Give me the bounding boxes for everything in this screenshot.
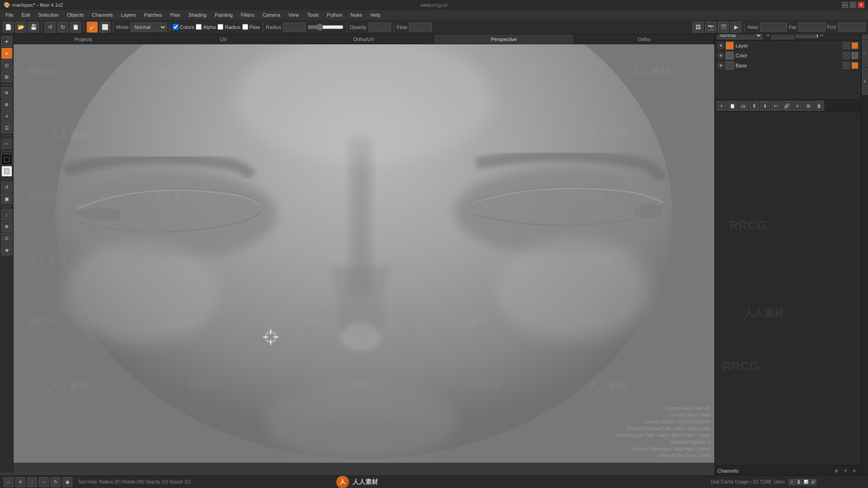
undo-button[interactable]: ↺	[45, 22, 56, 33]
layer-tool-4[interactable]: ⬆	[749, 101, 759, 111]
layer-vis-2[interactable]: ◉	[717, 52, 724, 59]
render-btn-2[interactable]: 📷	[705, 22, 716, 33]
tool-menu[interactable]: ☰	[1, 122, 12, 133]
radius-checkbox[interactable]	[217, 24, 223, 30]
tool-target[interactable]: ⊙	[1, 233, 12, 244]
tool-lines[interactable]: ≋	[1, 87, 12, 98]
render-btn-1[interactable]: 🖼	[693, 22, 703, 33]
status-icon-1[interactable]: 🖥	[788, 479, 795, 485]
far-tab-2[interactable]: ⬡	[862, 40, 868, 67]
tab-ortho-uv[interactable]: Ortho/UV	[294, 34, 434, 44]
near-input[interactable]	[760, 23, 787, 32]
layer-tool-9[interactable]: ⊞	[803, 101, 813, 111]
flow-input[interactable]: 0.160	[409, 23, 432, 32]
tool-grid[interactable]: ⊞	[1, 71, 12, 82]
tab-perspective[interactable]: Perspective	[434, 34, 574, 44]
close-button[interactable]: ✕	[858, 2, 864, 8]
tool-resize[interactable]: ↕	[1, 209, 12, 220]
channels-icon-1[interactable]: ⊞	[833, 467, 840, 474]
tool-minus[interactable]: ⊗	[1, 221, 12, 232]
menu-item-tools[interactable]: Tools	[303, 11, 322, 19]
channels-icon-3[interactable]: ✕	[851, 467, 858, 474]
menu-item-ptex[interactable]: Ptex	[167, 11, 184, 19]
layer-item-layer[interactable]: ◉ Layer ⋯	[715, 41, 861, 51]
menu-item-shading[interactable]: Shading	[185, 11, 210, 19]
radius-slider[interactable]	[307, 24, 344, 30]
menu-item-view[interactable]: View	[285, 11, 303, 19]
menu-item-channels[interactable]: Channels	[88, 11, 116, 19]
render-btn-4[interactable]: ▶	[731, 22, 741, 33]
redo-button[interactable]: ↻	[57, 22, 68, 33]
layer-ops-1[interactable]: ⋯	[843, 42, 850, 49]
tool-transform[interactable]: ▣	[1, 193, 12, 204]
erase-button[interactable]: ⬜	[99, 22, 110, 33]
menu-item-edit[interactable]: Edit	[18, 11, 34, 19]
status-home[interactable]: ⌂	[4, 477, 14, 487]
flow-checkbox[interactable]	[242, 24, 248, 30]
tool-pen[interactable]: ✏	[1, 138, 12, 149]
tool-shape[interactable]: ◈	[1, 244, 12, 255]
layer-vis-3[interactable]: ◉	[717, 62, 724, 69]
color-bg[interactable]	[1, 166, 12, 177]
radius-value-input[interactable]: 58	[283, 23, 306, 32]
layer-ops-3[interactable]: ⋯	[843, 62, 850, 69]
status-rotate[interactable]: ↻	[51, 477, 61, 487]
tab-projects[interactable]: Projects	[14, 34, 154, 44]
status-circle[interactable]: ○	[39, 477, 49, 487]
status-icon-2[interactable]: ⌛	[796, 479, 802, 485]
minimize-button[interactable]: —	[842, 2, 848, 8]
colors-checkbox[interactable]	[173, 24, 179, 30]
open-button[interactable]: 📂	[15, 22, 26, 33]
layer-tool-6[interactable]: ↩	[771, 101, 781, 111]
tool-rotate[interactable]: ↺	[1, 182, 12, 192]
layer-tool-8[interactable]: ≡	[793, 101, 802, 111]
far-tab-3[interactable]: ◈	[862, 68, 868, 95]
channels-icon-2[interactable]: ↺	[842, 467, 849, 474]
tool-crosshair[interactable]: ⊕	[1, 99, 12, 110]
layer-tool-2[interactable]: 📋	[727, 101, 737, 111]
menu-item-objects[interactable]: Objects	[63, 11, 87, 19]
tab-uv[interactable]: UV	[154, 34, 294, 44]
menu-item-painting[interactable]: Painting	[211, 11, 236, 19]
layer-tool-3[interactable]: 🗂	[738, 101, 748, 111]
menu-item-nuke[interactable]: Nuke	[347, 11, 366, 19]
new-button[interactable]: 📄	[3, 22, 14, 33]
menu-item-python[interactable]: Python	[323, 11, 346, 19]
menu-item-help[interactable]: Help	[367, 11, 384, 19]
tool-circle[interactable]: ◎	[1, 60, 12, 70]
layer-tool-del[interactable]: 🗑	[814, 101, 824, 111]
save-button[interactable]: 💾	[28, 22, 39, 33]
layer-ops-2[interactable]: ⋯	[843, 52, 850, 59]
opacity-input[interactable]: 0.996	[368, 23, 391, 32]
mode-select[interactable]: Normal	[131, 23, 167, 32]
fov-input[interactable]	[838, 23, 865, 32]
alpha-checkbox[interactable]	[196, 24, 202, 30]
menu-item-filters[interactable]: Filters	[237, 11, 258, 19]
history-button[interactable]: 📋	[70, 22, 81, 33]
status-icon-3[interactable]: 📊	[803, 479, 809, 485]
menu-item-file[interactable]: File	[2, 11, 17, 19]
layer-tool-5[interactable]: ⬇	[760, 101, 770, 111]
layer-item-color[interactable]: ◉ Color ⋯	[715, 51, 861, 61]
tool-select[interactable]: ✦	[1, 36, 12, 47]
render-btn-3[interactable]: 🎬	[718, 22, 729, 33]
maximize-button[interactable]: □	[850, 2, 856, 8]
paint-button[interactable]: 🖌	[87, 22, 98, 33]
layer-tool-7[interactable]: 🔗	[782, 101, 792, 111]
tool-nav[interactable]: ⌖	[1, 111, 12, 122]
menu-item-layers[interactable]: Layers	[118, 11, 140, 19]
status-ring[interactable]: ◉	[62, 477, 72, 487]
far-input[interactable]	[798, 23, 826, 32]
menu-item-camera[interactable]: Camera	[259, 11, 284, 19]
layer-item-base[interactable]: ◉ Base ⋯	[715, 61, 861, 70]
status-down[interactable]: ↓	[27, 477, 37, 487]
tab-ortho[interactable]: Ortho	[574, 34, 714, 44]
tool-paint[interactable]: ●	[1, 48, 12, 59]
color-fg[interactable]	[1, 154, 12, 165]
status-move[interactable]: ✛	[15, 477, 25, 487]
layer-tool-1[interactable]: +	[717, 101, 726, 111]
main-viewport[interactable]: RRCG人人素材RRCG人人素材RRCG人人素材人人素材RRCG人人素材RRCG…	[14, 44, 714, 463]
menu-item-patches[interactable]: Patches	[141, 11, 166, 19]
status-icon-4[interactable]: 🔊	[810, 479, 816, 485]
layer-vis-1[interactable]: ◉	[717, 42, 724, 49]
